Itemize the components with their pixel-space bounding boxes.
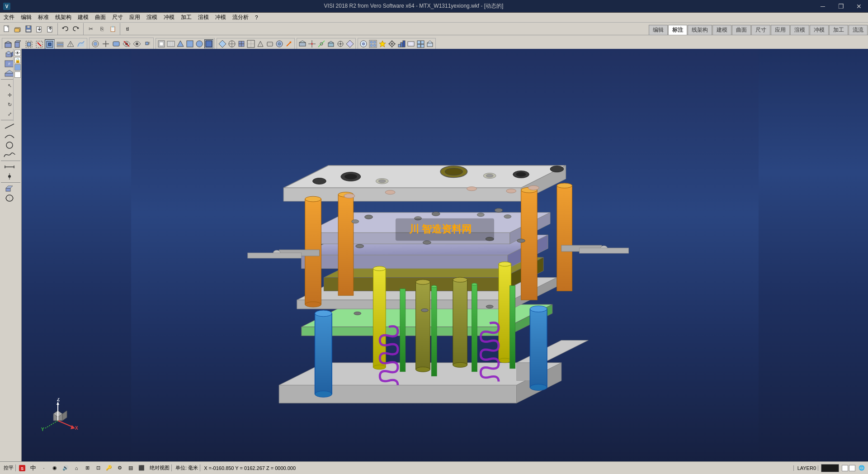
tb-sys-1[interactable] bbox=[359, 39, 368, 48]
tb-copy[interactable]: ⎘ bbox=[97, 24, 107, 34]
tab-edit[interactable]: 编辑 bbox=[649, 25, 668, 35]
status-icon-7[interactable]: ⊞ bbox=[83, 464, 92, 473]
tb-explode[interactable] bbox=[142, 39, 152, 49]
tb-sys-8[interactable] bbox=[425, 39, 434, 48]
tb2-3[interactable] bbox=[176, 39, 185, 48]
status-icon-8[interactable]: ⊡ bbox=[94, 464, 103, 473]
tb-view-1[interactable] bbox=[218, 39, 227, 48]
menu-help[interactable]: ? bbox=[252, 14, 261, 22]
sidebar-spline[interactable] bbox=[1, 150, 18, 159]
tb-wp-3[interactable] bbox=[317, 39, 326, 48]
sidebar-revolve[interactable] bbox=[1, 194, 18, 203]
tb-select-all[interactable] bbox=[24, 39, 34, 49]
tb-sys-5[interactable] bbox=[397, 39, 406, 48]
status-icon-10[interactable]: ⚙ bbox=[115, 464, 124, 473]
status-icon-9[interactable]: 🔑 bbox=[104, 464, 113, 473]
tb2-5[interactable] bbox=[195, 39, 204, 48]
status-cb-1[interactable] bbox=[842, 465, 848, 471]
tb-sys-7[interactable] bbox=[416, 39, 425, 48]
tb-deselect[interactable] bbox=[34, 39, 44, 49]
menu-flow[interactable]: 流分析 bbox=[230, 13, 251, 22]
menu-render2[interactable]: 渲模 bbox=[195, 13, 212, 22]
tb-view-6[interactable] bbox=[265, 39, 274, 48]
tb-view-7[interactable] bbox=[275, 39, 284, 48]
tb-open[interactable] bbox=[13, 24, 23, 34]
tb-view-4[interactable] bbox=[246, 39, 255, 48]
tb-filter-surf[interactable] bbox=[111, 39, 121, 49]
sidebar-line[interactable] bbox=[1, 122, 18, 131]
tb-export[interactable] bbox=[45, 24, 55, 34]
status-icon-2[interactable]: 中 bbox=[28, 464, 38, 473]
tb-wp-1[interactable] bbox=[298, 39, 307, 48]
main-viewport[interactable]: 川 智造资料网 Z X Y bbox=[22, 49, 868, 461]
tb-view-front[interactable] bbox=[14, 39, 24, 49]
close-button[interactable]: ✕ bbox=[850, 0, 868, 13]
menu-machining[interactable]: 加工 bbox=[178, 13, 194, 22]
menu-edit[interactable]: 编辑 bbox=[18, 13, 34, 22]
tab-model[interactable]: 建模 bbox=[712, 25, 731, 35]
menu-stamp2[interactable]: 冲模 bbox=[212, 13, 229, 22]
tb-view-2[interactable] bbox=[227, 39, 236, 48]
status-icon-6[interactable]: ⌂ bbox=[72, 464, 81, 473]
tb-layer[interactable] bbox=[55, 39, 65, 49]
layer-color[interactable] bbox=[14, 64, 21, 71]
tb-save[interactable] bbox=[24, 24, 33, 34]
layer-visible[interactable]: 👁 bbox=[14, 50, 21, 56]
tb-wp-2[interactable] bbox=[307, 39, 316, 48]
tb2-6-active[interactable] bbox=[204, 39, 213, 48]
tb-sys-2[interactable] bbox=[368, 39, 377, 48]
status-icon-11[interactable]: ▤ bbox=[126, 464, 135, 473]
tb-wp-6[interactable] bbox=[345, 39, 354, 48]
tb-mesh[interactable] bbox=[66, 39, 75, 49]
tab-machine[interactable]: 加工 bbox=[829, 25, 848, 35]
tab-render[interactable]: 渲模 bbox=[790, 25, 809, 35]
tb-view-5[interactable] bbox=[256, 39, 265, 48]
restore-button[interactable]: ❐ bbox=[832, 0, 850, 13]
menu-model[interactable]: 建模 bbox=[75, 13, 91, 22]
menu-file[interactable]: 文件 bbox=[1, 13, 17, 22]
tb-active[interactable] bbox=[45, 39, 55, 49]
tab-apply[interactable]: 应用 bbox=[771, 25, 790, 35]
status-icon-5[interactable]: 🔊 bbox=[61, 464, 70, 473]
status-icon-1[interactable]: S bbox=[18, 464, 27, 473]
sidebar-measure[interactable] bbox=[1, 162, 18, 171]
tb2-4[interactable] bbox=[185, 39, 194, 48]
tab-stamp[interactable]: 冲模 bbox=[810, 25, 829, 35]
tb-sys-6[interactable] bbox=[406, 39, 415, 48]
menu-wireframe[interactable]: 线架构 bbox=[52, 13, 74, 22]
tb2-1[interactable] bbox=[157, 39, 166, 48]
status-icon-4[interactable]: ◉ bbox=[50, 464, 59, 473]
tb-cut[interactable]: ✂ bbox=[86, 24, 96, 34]
tb-view-3[interactable] bbox=[237, 39, 246, 48]
layer-name[interactable]: L bbox=[14, 71, 21, 78]
tb-view-8[interactable] bbox=[284, 39, 293, 48]
tab-standard[interactable]: 标注 bbox=[668, 25, 687, 35]
tb-undo[interactable] bbox=[60, 24, 70, 34]
tb-new[interactable] bbox=[2, 24, 12, 34]
tb-wp-4[interactable] bbox=[326, 39, 335, 48]
menu-render[interactable]: 渲模 bbox=[144, 13, 160, 22]
tb-sys-3[interactable] bbox=[378, 39, 387, 48]
status-icon-12[interactable]: ⬛ bbox=[137, 464, 146, 473]
tab-dim[interactable]: 尺寸 bbox=[751, 25, 770, 35]
status-color-swatch[interactable] bbox=[821, 464, 839, 472]
menu-standard[interactable]: 标准 bbox=[35, 13, 52, 22]
tb-redo[interactable] bbox=[71, 24, 81, 34]
tb-wp-5[interactable] bbox=[336, 39, 345, 48]
minimize-button[interactable]: ─ bbox=[814, 0, 832, 13]
tb-hide[interactable] bbox=[122, 39, 132, 49]
tb-filter-all[interactable] bbox=[90, 39, 100, 49]
menu-apply[interactable]: 应用 bbox=[127, 13, 143, 22]
menu-dimension[interactable]: 尺寸 bbox=[109, 13, 126, 22]
status-end-1[interactable]: 🌐 bbox=[857, 464, 866, 473]
menu-stamp[interactable]: 冲模 bbox=[161, 13, 177, 22]
tb-sys-4[interactable] bbox=[387, 39, 396, 48]
tab-surface[interactable]: 曲面 bbox=[732, 25, 751, 35]
sidebar-point[interactable] bbox=[1, 172, 18, 181]
sidebar-arc[interactable] bbox=[1, 131, 18, 140]
tb-import[interactable] bbox=[34, 24, 44, 34]
tb-view-top[interactable] bbox=[3, 39, 13, 49]
tb-show[interactable] bbox=[132, 39, 142, 49]
tab-wireframe[interactable]: 线架构 bbox=[688, 25, 712, 35]
tb2-2[interactable] bbox=[166, 39, 175, 48]
